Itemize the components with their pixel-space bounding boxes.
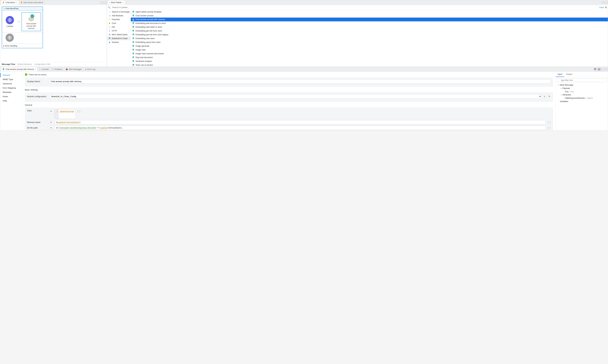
editor-tab-vector-store[interactable]: 👂 mac-vector-store-demo: [19, 0, 45, 4]
expand-icon[interactable]: ▶: [3, 45, 5, 47]
tree-variables[interactable]: Variables: [560, 100, 568, 103]
flow-header[interactable]: ▼ chat-demoFlow: [2, 7, 43, 11]
data-expression-editor[interactable]: 1 payload.prompt: [55, 109, 76, 119]
gear-icon[interactable]: ⚙: [605, 6, 607, 9]
props-nav-mime-type[interactable]: MIME Type: [0, 77, 22, 81]
palette-category-file[interactable]: 📄File: [107, 25, 131, 29]
palette-search-input[interactable]: [111, 6, 598, 9]
tree-icon[interactable]: ⊟: [597, 68, 601, 71]
palette-op-chat-answer-prompt[interactable]: Chat answer prompt: [131, 14, 608, 18]
tree-attributes[interactable]: Attributes: [562, 93, 571, 96]
palette-tab[interactable]: ≡ Mule Palette ×: [108, 0, 125, 5]
minimize-icon[interactable]: [101, 1, 103, 3]
props-nav-notes[interactable]: Notes: [0, 94, 22, 99]
palette-category-mulesoft-ai-chain[interactable]: MuleSoft AI Chain: [107, 37, 131, 40]
tree-any[interactable]: Any :: [565, 90, 570, 93]
palette-op-image-read-scanned-documents[interactable]: Image read scanned documents: [131, 52, 608, 55]
edit-icon[interactable]: ✎: [548, 95, 551, 98]
palette-category-mac-webcrawler[interactable]: 🕷MAC WebCrawler: [107, 33, 131, 37]
input-tab[interactable]: Input: [556, 72, 564, 77]
palette-op-embedding-new-store[interactable]: Embedding new store: [131, 37, 608, 40]
editor-tab-chat-demo[interactable]: 👂 *chat-demo ×: [1, 0, 19, 5]
clear-link[interactable]: Clear: [599, 6, 604, 9]
palette-category-add-modules[interactable]: ⊕Add Modules: [107, 14, 131, 18]
palette-category-favorites[interactable]: ★Favorites: [107, 18, 131, 21]
bottom-tab-errorlog[interactable]: ⊘ Error Log: [83, 67, 97, 71]
palette-category-sockets[interactable]: ◉Sockets: [107, 40, 131, 44]
palette-op-sentiment-analyze[interactable]: Sentiment analyze: [131, 59, 608, 63]
palette-op-embedding-add-folder-to-store[interactable]: Embedding add folder to store: [131, 25, 608, 29]
flow-canvas[interactable]: ▼ chat-demoFlow Listener →: [0, 5, 107, 62]
palette-op-rag-load-document[interactable]: Rag load document: [131, 55, 608, 59]
palette-op-agent-define-prompt-template[interactable]: Agent define prompt template: [131, 10, 608, 14]
tab-config-xml[interactable]: Configuration XML: [34, 63, 51, 65]
display-name-input[interactable]: [49, 79, 551, 84]
bottom-tab-console[interactable]: ▭ Console: [38, 67, 50, 71]
parrot-icon: [132, 33, 135, 36]
tab-message-flow[interactable]: Message Flow: [2, 63, 15, 65]
minimize-icon[interactable]: [602, 1, 604, 3]
save-icon[interactable]: 💾: [594, 68, 597, 71]
palette-category-core[interactable]: 👂Core: [107, 21, 131, 25]
parrot-icon: [132, 49, 135, 51]
op-label: Chat answer prompt: [135, 14, 153, 17]
tree-http-attr[interactable]: HttpRequestAttributes :: [565, 97, 586, 99]
tree-mule-message[interactable]: Mule Message: [560, 84, 573, 86]
bottom-tab-problems[interactable]: ⚠ Problems: [51, 67, 64, 71]
memory-name-input[interactable]: #[ payload.memoryName ]: [55, 120, 546, 124]
error-handling-section[interactable]: ▶ Error handling: [2, 44, 43, 48]
props-nav-advanced[interactable]: Advanced: [0, 81, 22, 86]
metadata-tree[interactable]: ∨Mule Message ∨Payload Any : Any ∨Attrib…: [556, 83, 608, 103]
palette-categories: ∞Search in Exchange..⊕Add Modules★Favori…: [107, 10, 131, 67]
add-icon[interactable]: ＋: [543, 95, 546, 98]
minimize-icon[interactable]: [602, 68, 604, 70]
collapse-icon[interactable]: ▼: [3, 8, 5, 10]
module-config-select[interactable]: MuleSoft_AI_Chain_Config: [49, 94, 541, 99]
palette-tabbar: ≡ Mule Palette ×: [107, 0, 608, 5]
properties-sidebar: GeneralMIME TypeAdvancedError MappingMet…: [0, 72, 22, 130]
properties-panel: Chat answer prompt with memory × ▭ Conso…: [0, 67, 608, 130]
output-tab[interactable]: Output: [564, 72, 574, 77]
fx-toggle[interactable]: fx: [49, 109, 53, 113]
parrot-icon: [132, 26, 135, 28]
close-icon[interactable]: ×: [16, 1, 17, 4]
palette-category-search-in-exchange-[interactable]: ∞Search in Exchange..: [107, 10, 131, 14]
op-label: Tools use ai service: [135, 64, 153, 66]
close-icon[interactable]: ×: [122, 1, 124, 4]
flow-container[interactable]: ▼ chat-demoFlow Listener →: [2, 6, 43, 48]
maximize-icon[interactable]: [605, 1, 607, 3]
props-nav-general[interactable]: General: [0, 73, 22, 77]
props-nav-help[interactable]: Help: [0, 99, 22, 103]
palette-op-embedding-add-document-to-store[interactable]: Embedding add document to store: [131, 21, 608, 25]
palette-op-chat-answer-prompt-with-memory[interactable]: Chat answer prompt with memory: [131, 18, 608, 21]
fx-toggle[interactable]: fx: [49, 126, 53, 130]
palette-op-embedding-get-info-from-store[interactable]: Embedding get info from store: [131, 29, 608, 33]
palette-category-http[interactable]: ●HTTP: [107, 29, 131, 33]
bottom-tab-component[interactable]: Chat answer prompt with memory ×: [1, 67, 38, 71]
palette-op-embedding-query-from-store[interactable]: Embedding query from store: [131, 40, 608, 44]
tree-payload[interactable]: Payload: [562, 87, 570, 90]
expand-icon[interactable]: ⋮⋮: [77, 109, 80, 113]
tab-global-elements[interactable]: Global Elements: [17, 63, 32, 65]
star-icon: ★: [108, 18, 111, 21]
expand-icon[interactable]: ⋮⋮: [547, 121, 551, 124]
component-node[interactable]: Chat answer prompt with memory: [22, 12, 41, 31]
db-path-input[interactable]: #[ "/Users/john.wick/Desktop/mac-demo/db…: [55, 126, 546, 130]
palette-op-image-read[interactable]: Image read: [131, 48, 608, 52]
palette-op-image-generate[interactable]: Image generate: [131, 44, 608, 48]
parrot-icon: [132, 45, 135, 47]
bottom-tab-debugger[interactable]: 🐞 Mule Debugger: [64, 67, 83, 71]
parrot-icon: [132, 41, 135, 43]
maximize-icon[interactable]: [104, 1, 106, 3]
maximize-icon[interactable]: [605, 68, 607, 70]
palette-op-embedding-get-info-from-store-legacy[interactable]: Embedding get info from store legacy: [131, 33, 608, 37]
filter-input[interactable]: [557, 78, 607, 82]
expand-icon[interactable]: ⋮⋮: [547, 126, 551, 130]
palette-op-tools-use-ai-service[interactable]: Tools use ai service: [131, 63, 608, 67]
close-icon[interactable]: ×: [35, 68, 36, 71]
props-nav-error-mapping[interactable]: Error Mapping: [0, 86, 22, 90]
props-nav-metadata[interactable]: Metadata: [0, 90, 22, 94]
tab-label: Problems: [54, 68, 63, 70]
fx-toggle[interactable]: fx: [49, 120, 53, 124]
listener-node[interactable]: Listener: [4, 16, 16, 27]
